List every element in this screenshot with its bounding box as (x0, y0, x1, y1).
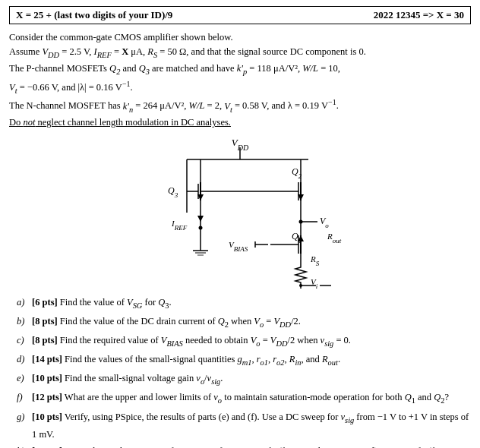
svg-point-21 (299, 219, 303, 223)
questions-section: a) [6 pts] Find the value of VSG for Q3.… (9, 295, 471, 448)
q-label-b: b) (17, 314, 29, 331)
q-text-a: [6 pts] Find the value of VSG for Q3. (32, 295, 471, 312)
svg-text:Vi: Vi (311, 277, 318, 289)
question-c: c) [8 pts] Find the required value of VB… (17, 333, 471, 350)
matched-text: matched (166, 63, 197, 74)
intro-text: Consider the common-gate CMOS amplifier … (9, 30, 471, 131)
svg-marker-47 (197, 216, 204, 222)
circuit-svg: VDD Q3 Q2 (96, 137, 384, 289)
question-f: f) [12 pts] What are the upper and lower… (17, 390, 471, 407)
questions-list: a) [6 pts] Find the value of VSG for Q3.… (17, 295, 471, 448)
intro-line5: The N-channel MOSFET has k'n = 264 μA/V²… (9, 96, 471, 115)
q-text-g: [10 pts] Verify, using PSpice, the resul… (32, 409, 471, 442)
svg-text:RS: RS (310, 254, 320, 267)
q-label-f: f) (17, 390, 29, 407)
circuit-diagram: VDD Q3 Q2 (9, 137, 471, 289)
svg-text:VBIAS: VBIAS (229, 240, 248, 253)
intro-line4: Vt = −0.66 V, and |λ| = 0.16 V−1. (9, 78, 471, 97)
svg-text:IREF: IREF (171, 219, 188, 232)
q-label-h: h) (17, 443, 29, 448)
svg-text:Q3: Q3 (168, 185, 178, 199)
svg-text:Rout: Rout (327, 232, 342, 245)
q-text-c: [8 pts] Find the required value of VBIAS… (32, 333, 471, 350)
q-label-g: g) (17, 409, 29, 442)
q-label-d: d) (17, 352, 29, 369)
q-label-e: e) (17, 371, 29, 388)
question-h: h) [16 pts] Given that Q1 has Cgs = 32 f… (17, 443, 471, 448)
question-e: e) [10 pts] Find the small-signal voltag… (17, 371, 471, 388)
q-text-f: [12 pts] What are the upper and lower li… (32, 390, 471, 407)
question-a: a) [6 pts] Find the value of VSG for Q3. (17, 295, 471, 312)
question-b: b) [8 pts] Find the value of the DC drai… (17, 314, 471, 331)
steps-of-text: steps of (440, 412, 469, 422)
intro-line3: The P-channel MOSFETs Q2 and Q3 are matc… (9, 62, 471, 78)
q-label-c: c) (17, 333, 29, 350)
intro-line2: Assume VDD = 2.5 V, IREF = X μA, RS = 50… (9, 45, 471, 62)
svg-text:Vo: Vo (320, 216, 329, 229)
q-text-e: [10 pts] Find the small-signal voltage g… (32, 371, 471, 388)
q-text-h: [16 pts] Given that Q1 has Cgs = 32 fF, … (32, 443, 471, 448)
question-g: g) [10 pts] Verify, using PSpice, the re… (17, 409, 471, 442)
header-bar: X = 25 + (last two digits of your ID)/9 … (9, 6, 471, 24)
question-d: d) [14 pts] Find the values of the small… (17, 352, 471, 369)
header-left: X = 25 + (last two digits of your ID)/9 (16, 9, 172, 21)
q-text-b: [8 pts] Find the value of the DC drain c… (32, 314, 471, 331)
q-label-a: a) (17, 295, 29, 312)
intro-line1: Consider the common-gate CMOS amplifier … (9, 30, 471, 45)
q-text-d: [14 pts] Find the values of the small-si… (32, 352, 471, 369)
header-right: 2022 12345 => X = 30 (374, 9, 464, 21)
intro-line6: Do not neglect channel length modulation… (9, 115, 471, 130)
